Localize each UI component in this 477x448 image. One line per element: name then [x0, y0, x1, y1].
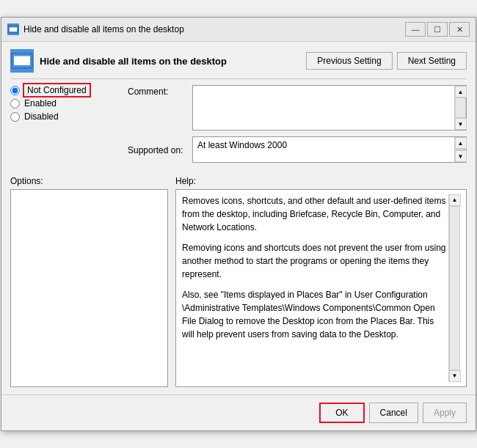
disabled-radio[interactable]: [10, 112, 20, 122]
enabled-radio-item[interactable]: Enabled: [10, 98, 120, 109]
next-setting-label: Next Setting: [408, 56, 456, 66]
subtitle-icon: [10, 49, 34, 73]
window-title: Hide and disable all items on the deskto…: [23, 24, 184, 34]
options-column: Options:: [10, 176, 168, 387]
scroll-up-arrow[interactable]: ▲: [455, 86, 467, 98]
right-panel: Comment: ▲ ▼ Supported on: At least: [128, 85, 467, 169]
help-paragraph-1: Removes icons, shortcuts, and other defa…: [182, 194, 448, 234]
help-header: Help:: [175, 176, 467, 186]
not-configured-radio[interactable]: [10, 86, 20, 95]
options-header: Options:: [10, 176, 168, 186]
minimize-button[interactable]: —: [405, 22, 426, 37]
supported-scroll-up[interactable]: ▲: [455, 137, 467, 149]
comment-scrollbar: ▲ ▼: [454, 86, 466, 130]
help-paragraph-2: Removing icons and shortcuts does not pr…: [182, 241, 448, 281]
disabled-label[interactable]: Disabled: [24, 111, 59, 122]
help-scroll-up[interactable]: ▲: [449, 194, 461, 206]
previous-setting-button[interactable]: Previous Setting: [306, 52, 392, 70]
supported-value-wrapper: At least Windows 2000 ▲ ▼: [192, 136, 467, 163]
disabled-radio-item[interactable]: Disabled: [10, 111, 120, 122]
window-icon: [7, 23, 19, 35]
enabled-radio[interactable]: [10, 99, 20, 109]
content-area: Hide and disable all items on the deskto…: [1, 42, 476, 394]
help-column: Help: Removes icons, shortcuts, and othe…: [175, 176, 467, 387]
help-scroll-track: [449, 206, 460, 370]
main-window: Hide and disable all items on the deskto…: [1, 17, 476, 431]
subtitle-bar: Hide and disable all items on the deskto…: [10, 49, 467, 79]
radio-group: Not Configured Enabled Disabled: [10, 85, 120, 122]
help-box: Removes icons, shortcuts, and other defa…: [175, 189, 467, 387]
title-bar-left: Hide and disable all items on the deskto…: [7, 23, 184, 35]
subtitle-text: Hide and disable all items on the deskto…: [40, 56, 300, 67]
next-setting-button[interactable]: Next Setting: [397, 52, 467, 70]
scroll-track: [455, 98, 466, 118]
comment-label: Comment:: [128, 85, 186, 97]
main-area: Not Configured Enabled Disabled: [10, 85, 467, 169]
supported-scrollbar: ▲ ▼: [454, 137, 466, 162]
left-panel: Not Configured Enabled Disabled: [10, 85, 120, 169]
supported-value: At least Windows 2000: [193, 137, 454, 162]
not-configured-radio-item[interactable]: Not Configured: [10, 85, 120, 95]
not-configured-text: Not Configured: [24, 84, 90, 96]
not-configured-label[interactable]: Not Configured: [24, 85, 90, 95]
previous-setting-label: Previous Setting: [317, 56, 381, 66]
scroll-down-arrow[interactable]: ▼: [455, 118, 467, 130]
help-paragraph-3: Also, see "Items displayed in Places Bar…: [182, 288, 448, 341]
enabled-label[interactable]: Enabled: [24, 98, 57, 109]
close-button[interactable]: ✕: [449, 22, 470, 37]
svg-rect-1: [10, 27, 17, 32]
comment-textarea[interactable]: [193, 86, 454, 130]
comment-row: Comment: ▲ ▼: [128, 85, 467, 131]
cancel-button[interactable]: Cancel: [369, 403, 418, 423]
supported-on-label: Supported on:: [128, 144, 186, 155]
footer: OK Cancel Apply: [1, 394, 476, 430]
ok-button[interactable]: OK: [319, 403, 364, 423]
help-scroll-down[interactable]: ▼: [449, 370, 461, 382]
title-buttons: — ☐ ✕: [405, 22, 470, 37]
supported-scroll-down[interactable]: ▼: [455, 150, 467, 162]
top-buttons: Previous Setting Next Setting: [306, 52, 467, 70]
supported-on-row: Supported on: At least Windows 2000 ▲ ▼: [128, 136, 467, 163]
options-box: [10, 189, 168, 387]
title-bar: Hide and disable all items on the deskto…: [1, 18, 476, 42]
comment-field-wrapper: ▲ ▼: [192, 85, 467, 131]
apply-button[interactable]: Apply: [423, 403, 467, 423]
help-text: Removes icons, shortcuts, and other defa…: [182, 194, 448, 382]
svg-rect-4: [14, 56, 30, 65]
two-column-section: Options: Help: Removes icons, shortcuts,…: [10, 176, 467, 387]
help-scrollbar: ▲ ▼: [448, 194, 460, 382]
bottom-section: Options: Help: Removes icons, shortcuts,…: [10, 176, 467, 387]
maximize-button[interactable]: ☐: [427, 22, 448, 37]
